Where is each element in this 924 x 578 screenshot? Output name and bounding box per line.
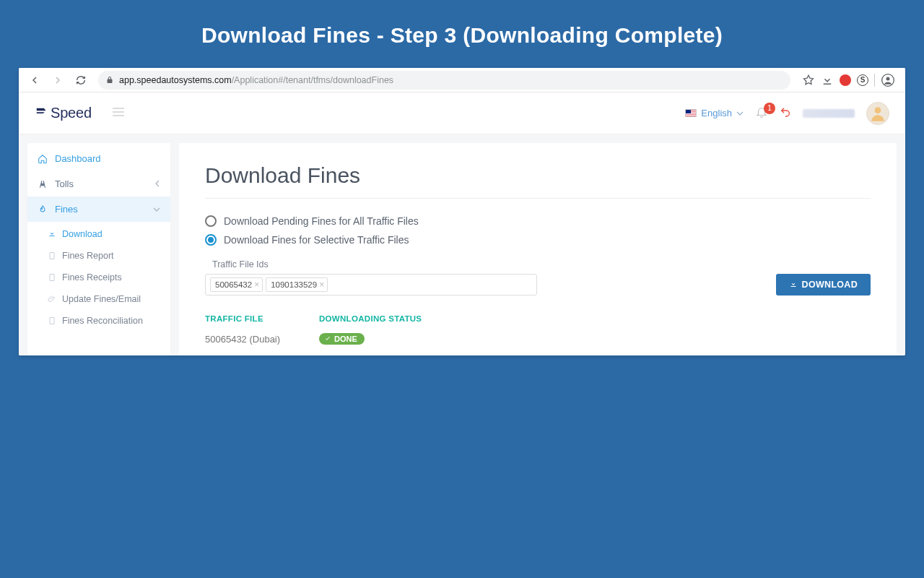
download-button-label: DOWNLOAD: [802, 280, 858, 290]
url-domain: app.speedautosystems.com: [119, 75, 232, 85]
toolbar-icons: S: [798, 73, 899, 87]
radio-label: Download Fines for Selective Traffic Fil…: [224, 234, 409, 246]
back-button[interactable]: [25, 70, 45, 90]
divider: [205, 198, 871, 199]
radio-icon: [205, 234, 217, 246]
file-icon: [48, 251, 56, 260]
flame-icon: [38, 204, 48, 215]
paperclip-icon: [48, 295, 56, 303]
avatar-icon: [868, 104, 887, 123]
cell-traffic-file: 50065432 (Dubai): [205, 334, 319, 345]
app-header: Speed English 1: [19, 92, 905, 134]
svg-rect-6: [50, 253, 54, 259]
tag-remove-icon[interactable]: ×: [319, 280, 324, 290]
sidebar-sub-label: Fines Reconciliation: [62, 316, 143, 326]
app-body: Dashboard Tolls Fines Download Fines: [19, 134, 905, 355]
tag-text: 1090133529: [271, 280, 317, 289]
extension-s-icon[interactable]: S: [857, 74, 868, 86]
divider: [874, 74, 875, 87]
url-path: /Application#/tenant/tfms/downloadFines: [232, 75, 393, 85]
sidebar-label: Fines: [55, 204, 78, 215]
table-header: TRAFFIC FILE DOWNLOADING STATUS: [205, 314, 871, 323]
field-row: Traffic File Ids 50065432 × 1090133529 ×: [205, 259, 871, 296]
file-icon: [48, 316, 56, 325]
sidebar-sub-label: Fines Report: [62, 251, 114, 261]
col-traffic-file: TRAFFIC FILE: [205, 314, 319, 323]
tag-chip[interactable]: 50065432 ×: [210, 277, 263, 292]
sidebar-sub-label: Fines Receipts: [62, 272, 122, 282]
address-bar[interactable]: app.speedautosystems.com/Application#/te…: [98, 71, 790, 90]
browser-window: app.speedautosystems.com/Application#/te…: [19, 68, 905, 355]
forward-button[interactable]: [48, 70, 68, 90]
sidebar-item-dashboard[interactable]: Dashboard: [27, 146, 170, 171]
field-label: Traffic File Ids: [205, 259, 537, 269]
flag-icon: [685, 109, 697, 117]
sidebar-sub-label: Update Fines/Email: [62, 294, 141, 304]
status-text: DONE: [334, 335, 357, 343]
user-avatar[interactable]: [866, 102, 889, 125]
download-icon: [48, 230, 56, 238]
download-button[interactable]: DOWNLOAD: [776, 274, 871, 296]
undo-arrow-icon: [780, 106, 791, 118]
sidebar-sub-update[interactable]: Update Fines/Email: [27, 288, 170, 310]
username-blurred: [803, 109, 855, 118]
sidebar: Dashboard Tolls Fines Download Fines: [27, 143, 170, 355]
chevron-left-icon: [154, 178, 160, 189]
menu-toggle[interactable]: [112, 107, 125, 120]
svg-rect-8: [50, 318, 54, 324]
chevron-down-icon: [153, 204, 160, 215]
sidebar-sub-receipts[interactable]: Fines Receipts: [27, 267, 170, 288]
svg-point-5: [875, 107, 881, 113]
status-table: TRAFFIC FILE DOWNLOADING STATUS 50065432…: [205, 314, 871, 345]
download-arrow-icon[interactable]: [821, 74, 834, 87]
table-row: 50065432 (Dubai) DONE: [205, 333, 871, 345]
col-status: DOWNLOADING STATUS: [319, 314, 871, 323]
radio-selective-files[interactable]: Download Fines for Selective Traffic Fil…: [205, 230, 871, 249]
brand-logo[interactable]: Speed: [35, 105, 92, 121]
svg-point-1: [886, 77, 890, 80]
radio-all-files[interactable]: Download Pending Fines for All Traffic F…: [205, 212, 871, 230]
radio-label: Download Pending Fines for All Traffic F…: [224, 215, 419, 227]
fines-submenu: Download Fines Report Fines Receipts Upd…: [27, 222, 170, 333]
radio-icon: [205, 215, 217, 227]
check-icon: [324, 335, 331, 342]
notification-badge: 1: [764, 103, 775, 114]
file-icon: [48, 273, 56, 282]
language-selector[interactable]: English: [685, 108, 744, 118]
sidebar-sub-reconciliation[interactable]: Fines Reconciliation: [27, 310, 170, 332]
sidebar-item-tolls[interactable]: Tolls: [27, 171, 170, 197]
status-badge-done: DONE: [319, 333, 365, 345]
main-content: Download Fines Download Pending Fines fo…: [179, 143, 897, 355]
sidebar-sub-download[interactable]: Download: [27, 223, 170, 245]
reload-button[interactable]: [71, 70, 91, 90]
star-icon[interactable]: [802, 74, 815, 87]
svg-rect-7: [50, 275, 54, 281]
sidebar-sub-report[interactable]: Fines Report: [27, 245, 170, 267]
notifications-button[interactable]: 1: [755, 105, 768, 121]
tag-remove-icon[interactable]: ×: [254, 280, 259, 290]
browser-toolbar: app.speedautosystems.com/Application#/te…: [19, 68, 905, 92]
sidebar-sub-label: Download: [62, 229, 103, 239]
logo-mark-icon: [35, 105, 51, 121]
extension-red-icon[interactable]: [840, 74, 851, 86]
road-icon: [38, 179, 48, 189]
download-icon: [789, 280, 798, 289]
profile-icon[interactable]: [881, 73, 895, 87]
header-right: English 1: [685, 102, 889, 125]
tag-text: 50065432: [215, 280, 252, 289]
brand-name: Speed: [51, 105, 92, 121]
lock-icon: [105, 76, 114, 85]
page-title: Download Fines: [205, 163, 871, 188]
traffic-file-ids-input[interactable]: 50065432 × 1090133529 ×: [205, 274, 537, 296]
sidebar-item-fines[interactable]: Fines: [27, 197, 170, 222]
slide-title: Download Fines - Step 3 (Downloading Com…: [0, 0, 924, 68]
refresh-action[interactable]: [780, 106, 791, 121]
sidebar-label: Dashboard: [55, 153, 101, 164]
language-label: English: [701, 108, 732, 118]
tag-chip[interactable]: 1090133529 ×: [266, 277, 328, 292]
home-icon: [38, 154, 48, 164]
sidebar-label: Tolls: [55, 178, 74, 189]
chevron-down-icon: [736, 110, 744, 117]
